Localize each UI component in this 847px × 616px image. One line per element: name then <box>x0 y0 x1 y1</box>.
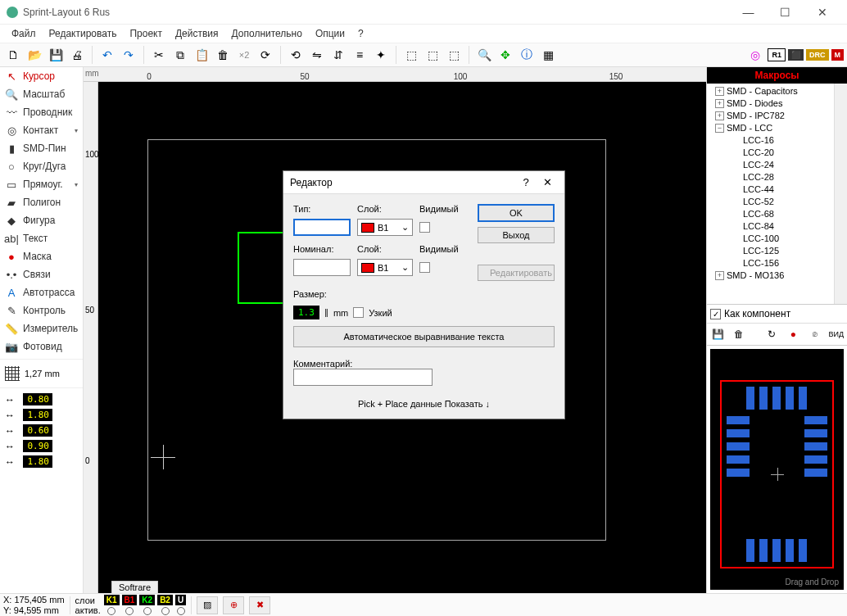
tree-item[interactable]: +SMD - Capacitors <box>709 85 845 97</box>
open-icon[interactable]: 📂 <box>25 45 44 65</box>
drc-badge[interactable]: DRC <box>806 49 829 61</box>
tree-item[interactable]: LCC-68 <box>709 208 845 220</box>
sheet-tab[interactable]: Softrare <box>111 581 158 593</box>
tool-фотовид[interactable]: 📷Фотовид <box>0 337 83 356</box>
menu-actions[interactable]: Действия <box>169 26 225 41</box>
menu-extra[interactable]: Дополнительно <box>225 26 309 41</box>
record-icon[interactable]: ● <box>786 327 800 342</box>
size-value[interactable]: 1.3 <box>293 306 319 319</box>
tree-scrollbar[interactable] <box>834 84 847 304</box>
tool-прямоуг.[interactable]: ▭Прямоуг.▾ <box>0 175 83 193</box>
tree-item[interactable]: +SMD - MO136 <box>709 270 845 282</box>
print-icon[interactable]: 🖨 <box>67 45 87 65</box>
layer-select-1[interactable]: B1⌄ <box>357 219 413 236</box>
tree-item[interactable]: LCC-16 <box>709 134 845 147</box>
param-1[interactable]: ↔1.80 <box>0 407 83 423</box>
param-3[interactable]: ↔0.90 <box>0 438 83 454</box>
dialog-close-icon[interactable]: ✕ <box>537 176 558 188</box>
tree-item[interactable]: LCC-125 <box>709 245 845 257</box>
paste-icon[interactable]: 📋 <box>192 45 211 65</box>
layer-select-2[interactable]: B1⌄ <box>357 259 413 276</box>
type-input[interactable] <box>293 219 351 236</box>
tool-фигура[interactable]: ◆Фигура <box>0 211 83 229</box>
sb-btn-1[interactable]: ▨ <box>197 596 218 614</box>
maximize-button[interactable]: ☐ <box>767 1 804 24</box>
new-icon[interactable]: 🗋 <box>3 45 23 65</box>
tree-item[interactable]: LCC-156 <box>709 257 845 270</box>
param-0[interactable]: ↔0.80 <box>0 392 83 407</box>
tree-item[interactable]: LCC-100 <box>709 233 845 245</box>
narrow-checkbox[interactable] <box>353 307 364 318</box>
menu-edit[interactable]: Редактировать <box>43 26 124 41</box>
tool-полигон[interactable]: ▰Полигон <box>0 193 83 211</box>
tree-item[interactable]: LCC-52 <box>709 196 845 208</box>
as-component-checkbox[interactable]: ✓ <box>710 309 721 319</box>
dialog-titlebar[interactable]: Редактор ? ✕ <box>283 171 564 194</box>
tree-item[interactable]: −SMD - LCC <box>709 122 845 134</box>
tool-контакт[interactable]: ◎Контакт▾ <box>0 121 83 139</box>
pick-place-toggle[interactable]: Pick + Place данные Показать ↓ <box>293 399 555 409</box>
menu-project[interactable]: Проект <box>123 26 169 41</box>
tree-item[interactable]: +SMD - Diodes <box>709 97 845 110</box>
visible-checkbox-1[interactable] <box>419 222 430 233</box>
align-icon[interactable]: ≡ <box>350 45 369 65</box>
visible-checkbox-2[interactable] <box>419 262 430 273</box>
copy-icon[interactable]: ⧉ <box>170 45 190 65</box>
tree-item[interactable]: LCC-44 <box>709 183 845 196</box>
cut-icon[interactable]: ✂ <box>149 45 169 65</box>
grid-info[interactable]: 1,27 mm <box>0 363 83 384</box>
tree-item[interactable]: LCC-84 <box>709 220 845 233</box>
comment-input[interactable] <box>293 369 433 386</box>
group-icon[interactable]: ⬚ <box>401 45 421 65</box>
tool-измеритель[interactable]: 📏Измеритель <box>0 319 83 337</box>
tool-текст[interactable]: ab|Текст <box>0 229 83 247</box>
target-icon[interactable]: ◎ <box>745 45 765 65</box>
save-icon[interactable]: 💾 <box>46 45 66 65</box>
delete-macro-icon[interactable]: 🗑 <box>732 327 746 342</box>
undo-icon[interactable]: ↶ <box>97 45 117 65</box>
minimize-button[interactable]: — <box>730 1 767 24</box>
fit-icon[interactable]: ✥ <box>496 45 515 65</box>
redo-icon[interactable]: ↷ <box>119 45 138 65</box>
x2-icon[interactable]: ×2 <box>234 45 254 65</box>
macro-tree[interactable]: +SMD - Capacitors+SMD - Diodes+SMD - IPC… <box>707 84 847 305</box>
tree-item[interactable]: LCC-24 <box>709 159 845 171</box>
tool-контроль[interactable]: ✎Контроль <box>0 301 83 319</box>
info-icon[interactable]: ⓘ <box>517 45 537 65</box>
delete-icon[interactable]: 🗑 <box>213 45 233 65</box>
menu-file[interactable]: Файл <box>5 26 43 41</box>
flip-v-icon[interactable]: ⇵ <box>328 45 348 65</box>
edit-button[interactable]: Редактировать <box>478 265 555 281</box>
tree-item[interactable]: +SMD - IPC782 <box>709 110 845 122</box>
tool-круг/дуга[interactable]: ○Круг/Дуга <box>0 157 83 175</box>
tree-item[interactable]: LCC-20 <box>709 147 845 159</box>
m-badge[interactable]: M <box>831 49 845 61</box>
save-macro-icon[interactable]: 💾 <box>710 327 725 342</box>
rotate-macro-icon[interactable]: ↻ <box>764 327 779 342</box>
menu-options[interactable]: Опции <box>309 26 351 41</box>
exit-button[interactable]: Выход <box>478 227 555 243</box>
r1-badge[interactable]: R1 <box>768 48 786 61</box>
tool-проводник[interactable]: 〰Проводник <box>0 103 83 121</box>
tree-item[interactable]: LCC-28 <box>709 171 845 183</box>
zoom-icon[interactable]: 🔍 <box>474 45 494 65</box>
tool-автотрасса[interactable]: AАвтотрасса <box>0 283 83 301</box>
lock-icon[interactable]: ⬚ <box>444 45 464 65</box>
hatch-icon[interactable]: ▦ <box>538 45 558 65</box>
tool-связи[interactable]: •.•Связи <box>0 265 83 283</box>
ungroup-icon[interactable]: ⬚ <box>423 45 442 65</box>
dialog-help-icon[interactable]: ? <box>515 176 537 188</box>
menu-help[interactable]: ? <box>351 26 370 41</box>
param-4[interactable]: ↔1.80 <box>0 454 83 469</box>
macro-preview[interactable]: Drag and Drop <box>710 349 844 590</box>
nominal-input[interactable] <box>293 259 351 276</box>
snap-icon[interactable]: ✦ <box>371 45 391 65</box>
view-icon[interactable]: ⎚ <box>807 327 822 342</box>
sb-btn-3[interactable]: ✖ <box>249 596 270 614</box>
sb-btn-2[interactable]: ⊕ <box>223 596 244 614</box>
dot-badge[interactable]: ⬛ <box>788 49 804 61</box>
close-button[interactable]: ✕ <box>804 1 840 24</box>
flip-h-icon[interactable]: ⇋ <box>307 45 327 65</box>
ok-button[interactable]: OK <box>478 204 555 222</box>
param-2[interactable]: ↔0.60 <box>0 423 83 438</box>
